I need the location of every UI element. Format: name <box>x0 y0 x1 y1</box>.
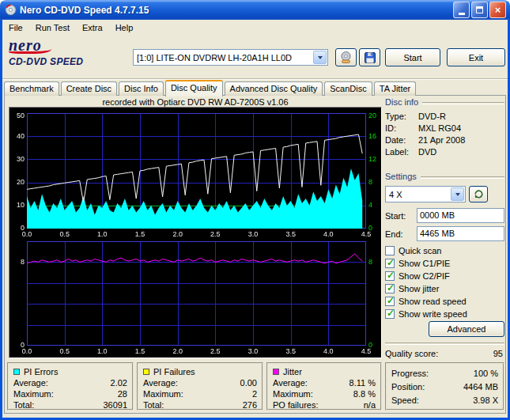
start-field[interactable]: 0000 MB <box>417 208 504 223</box>
save-button[interactable] <box>359 48 380 66</box>
jitter-group: Jitter Average:8.11 % Maximum:8.8 % PO f… <box>266 362 382 411</box>
tab-strip: Benchmark Create Disc Disc Info Disc Qua… <box>4 79 417 96</box>
tab-ta-jitter[interactable]: TA Jitter <box>374 81 417 96</box>
disc-label-label: Label: <box>385 147 418 157</box>
drive-select-dropdown-button[interactable] <box>313 51 327 64</box>
menu-bar: File Run Test Extra Help <box>2 20 508 36</box>
speed-select-value: 4 X <box>386 190 450 199</box>
jitter-legend-chip <box>273 369 279 375</box>
quality-chart-canvas <box>10 108 380 357</box>
tab-scandisc[interactable]: ScanDisc <box>324 81 372 96</box>
progress-row: Progress:100 % <box>391 369 498 378</box>
stat-row: Maximum:8.8 % <box>273 388 376 399</box>
speed-select-dropdown-button[interactable] <box>451 187 464 201</box>
disc-label-row: Label:DVD <box>385 146 504 157</box>
progress-value: 100 % <box>474 369 498 378</box>
checkbox-box <box>385 297 395 306</box>
end-label: End: <box>385 229 417 239</box>
position-label: Position: <box>391 382 425 392</box>
app-logo-subtitle: CD-DVD SPEED <box>9 56 119 67</box>
stat-value: 2.02 <box>111 378 127 388</box>
menu-help[interactable]: Help <box>109 21 140 34</box>
disc-date-value: 21 Apr 2008 <box>418 135 465 145</box>
checkbox-label: Quick scan <box>399 246 441 255</box>
menu-run-test[interactable]: Run Test <box>29 21 76 34</box>
disc-info-header: Disc info <box>385 97 504 107</box>
pi-failures-title-row: PI Failures <box>143 365 257 377</box>
speed-row: 4 X <box>385 186 504 202</box>
app-icon <box>4 4 17 17</box>
scan-options: Quick scan Show C1/PIE Show C2/PIF Show … <box>385 244 504 320</box>
checkbox-box <box>385 284 395 293</box>
stat-value: 8.11 % <box>349 378 376 388</box>
nero-logo: nero CD-DVD SPEED <box>9 38 119 67</box>
reload-disc-button[interactable] <box>469 186 488 202</box>
tab-create-disc[interactable]: Create Disc <box>61 81 117 96</box>
advanced-button[interactable]: Advanced <box>429 321 504 337</box>
checkbox-show-c2-pif[interactable]: Show C2/PIF <box>385 270 504 282</box>
menu-file[interactable]: File <box>2 21 29 34</box>
quality-graph <box>9 107 382 358</box>
stat-label: Average: <box>13 378 48 388</box>
window-title: Nero CD-DVD Speed 4.7.7.15 <box>20 5 450 16</box>
checkbox-show-c1-pie[interactable]: Show C1/PIE <box>385 257 504 270</box>
settings-header: Settings <box>385 172 504 181</box>
disc-type-row: Type:DVD-R <box>385 110 504 122</box>
close-button[interactable]: × <box>489 2 506 18</box>
checkbox-show-read-speed[interactable]: Show read speed <box>385 295 504 308</box>
pi-errors-group: PI Errors Average:2.02 Maximum:28 Total:… <box>7 362 134 411</box>
toolbar: nero CD-DVD SPEED [1:0] LITE-ON DVDRW LH… <box>2 36 508 79</box>
maximize-button[interactable] <box>471 2 488 18</box>
quality-score-value: 95 <box>493 349 503 358</box>
disc-date-row: Date:21 Apr 2008 <box>385 134 504 146</box>
speed-select[interactable]: 4 X <box>385 186 466 202</box>
chart-caption: recorded with Optiarc DVD RW AD-7200S v1… <box>9 97 381 107</box>
start-row: Start: 0000 MB <box>385 208 504 223</box>
pi-errors-legend-chip <box>13 369 20 375</box>
exit-button[interactable]: Exit <box>447 48 505 66</box>
pi-failures-group: PI Failures Average:0.00 Maximum:2 Total… <box>137 362 263 411</box>
app-window: Nero CD-DVD Speed 4.7.7.15 × File Run Te… <box>0 0 510 420</box>
stat-value: 0.00 <box>240 378 257 388</box>
section-divider <box>422 102 504 104</box>
end-row: End: 4465 MB <box>385 226 504 241</box>
checkbox-box <box>385 259 395 268</box>
chevron-down-icon <box>455 193 460 196</box>
tab-disc-quality[interactable]: Disc Quality <box>165 80 223 96</box>
drive-select[interactable]: [1:0] LITE-ON DVDRW LH-20A1H LL0D <box>133 49 328 66</box>
menu-extra[interactable]: Extra <box>76 21 109 34</box>
stat-value: 276 <box>243 400 257 410</box>
quality-score-row: Quality score: 95 <box>385 349 503 358</box>
disc-hand-icon <box>339 51 353 64</box>
close-icon: × <box>495 4 501 16</box>
stat-row: Total:36091 <box>13 399 127 411</box>
disc-icon <box>5 4 17 16</box>
checkbox-label: Show read speed <box>399 297 467 306</box>
start-button[interactable]: Start <box>385 48 440 66</box>
reload-icon <box>474 189 484 199</box>
tab-benchmark[interactable]: Benchmark <box>4 81 59 96</box>
nero-wordmark: nero <box>9 38 119 52</box>
titlebar: Nero CD-DVD Speed 4.7.7.15 × <box>0 0 510 20</box>
jitter-title-row: Jitter <box>273 365 376 377</box>
stat-label: Average: <box>143 378 178 388</box>
stat-value: 8.8 % <box>353 389 376 399</box>
stat-value: 28 <box>118 389 127 399</box>
disc-type-value: DVD-R <box>418 112 446 121</box>
eject-disc-button[interactable] <box>335 48 357 66</box>
tab-advanced-disc-quality[interactable]: Advanced Disc Quality <box>225 81 323 96</box>
minimize-icon <box>459 13 465 15</box>
minimize-button[interactable] <box>453 2 470 18</box>
checkbox-show-jitter[interactable]: Show jitter <box>385 282 504 295</box>
checkbox-show-write-speed[interactable]: Show write speed <box>385 308 504 320</box>
tab-disc-info[interactable]: Disc Info <box>119 81 164 96</box>
start-label: Start: <box>385 211 417 221</box>
checkbox-quick-scan[interactable]: Quick scan <box>385 244 504 257</box>
progress-label: Progress: <box>391 369 429 378</box>
checkbox-label: Show write speed <box>399 309 467 319</box>
stat-row: Maximum:2 <box>143 388 257 399</box>
end-field[interactable]: 4465 MB <box>417 226 504 241</box>
section-divider <box>421 176 504 179</box>
disc-id-value: MXL RG04 <box>418 123 461 133</box>
pi-errors-title-row: PI Errors <box>13 365 127 377</box>
